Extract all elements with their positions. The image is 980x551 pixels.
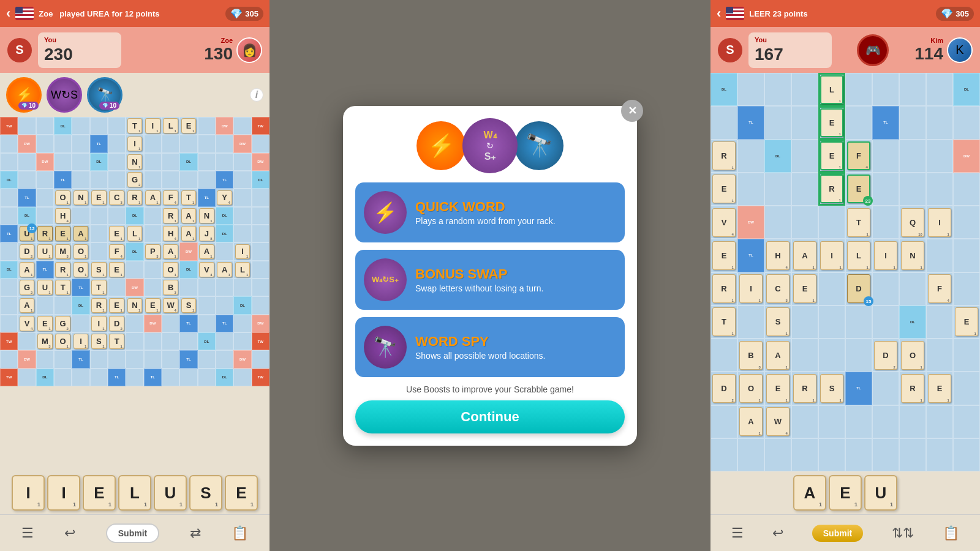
cell-7-6 [90,225,108,242]
left-menu-button[interactable]: ☰ [21,525,34,541]
tile-A3: A1 [181,226,197,241]
cell-3-1 [0,153,18,171]
cell-6-15 [252,207,270,225]
rack-tile-I1[interactable]: I1 [12,475,45,511]
cell-6-1 [0,207,18,225]
left-boost-swap[interactable]: W↻S [47,77,82,113]
right-submit-button[interactable]: Submit [812,525,863,542]
right-swap-button[interactable]: ↩ [772,525,783,541]
cell-6-6 [90,207,108,225]
tile-Y: Y4 [217,190,232,206]
cell-4-11 [179,171,197,189]
cell-15-15: TW [252,369,270,386]
cell-2-7 [108,135,126,152]
right-bottom-bar: ☰ ↩ Submit ⇅⇅ 📋 [710,514,980,551]
cell-13-5: I1 [72,332,89,350]
tile-O2: O1 [74,244,89,260]
rack-tile-E[interactable]: E1 [83,475,116,511]
tile-E2: E1 [91,190,107,206]
left-bottom-bar: ☰ ↩ Submit ⇄ 📋 [0,514,270,551]
bonus-swap-option[interactable]: W₄↻S₊ BONUS SWAP Swap letters without lo… [355,250,625,310]
left-player-avatar: S [7,38,32,62]
right-rack-tile-E[interactable]: E1 [829,475,862,511]
cell-15-1: TW [0,369,18,386]
rack-tile-I2[interactable]: I1 [47,475,80,511]
cell-14-10 [162,350,179,368]
cell-13-2 [18,332,36,350]
cell-11-13 [216,296,233,314]
tile-T4: T1 [109,334,124,349]
gem-icon-left: 💎 [230,8,243,20]
rack-tile-U[interactable]: U1 [154,475,187,511]
left-boost-lightning[interactable]: ⚡ 💎10 [6,77,42,113]
left-boost-spy[interactable]: 🔭 💎10 [87,77,123,113]
cell-2-8: I1 [126,135,143,152]
cell-12-13: TL [216,315,233,332]
cell-15-13: DL [216,369,233,386]
cell-3-8: N1 [126,153,143,171]
gem-icon-right: 💎 [941,8,953,20]
left-opp-label: Zoe [221,37,233,44]
right-arrows-button[interactable]: ⇅⇅ [892,525,914,541]
cell-8-3: U1 [36,242,54,260]
tile-E5: E1 [109,298,124,313]
continue-button[interactable]: Continue [355,400,625,433]
cell-14-2: DW [18,350,36,368]
cell-6-12: N1 [198,207,216,225]
modal-background[interactable]: ✕ ⚡ W₄ ↻ S₊ 🔭 ⚡ QUICK WORD Plays a rando… [270,0,710,551]
left-swap-button[interactable]: ↩ [64,525,75,541]
left-submit-button[interactable]: Submit [106,523,159,543]
tile-I5: I1 [74,334,89,349]
cell-15-14 [233,369,251,386]
tile-O5: O1 [55,334,70,349]
modal-close-button[interactable]: ✕ [621,100,643,122]
cell-2-9 [144,135,162,152]
left-info-button[interactable]: i [250,88,263,102]
cell-2-6: TL [90,135,108,152]
cell-3-10 [162,153,179,171]
cell-12-3: E1 [36,315,54,332]
cell-1-8: T1 [126,117,143,135]
right-menu-button[interactable]: ☰ [731,525,744,541]
rack-tile-S[interactable]: S1 [189,475,222,511]
cell-9-2: A1 [18,261,36,279]
right-notification: LEER 23 points [749,9,931,18]
tile-R: R1 [127,190,143,206]
cell-12-10 [162,315,179,332]
cell-12-15: DW [252,315,270,332]
cell-6-7 [108,207,126,225]
right-rack-tile-A[interactable]: A1 [793,475,826,511]
cell-9-15 [252,261,270,279]
right-rack-tile-U[interactable]: U1 [864,475,897,511]
cell-8-4: M3 [54,242,72,260]
right-player-score: 167 [755,45,826,64]
cell-8-14: I1 [233,242,251,260]
left-info-bottom-button[interactable]: 📋 [232,525,248,541]
right-back-button[interactable]: ‹ [717,6,721,21]
tile-I3: I1 [235,244,251,260]
cell-4-2 [18,171,36,189]
rack-tile-E2[interactable]: E1 [225,475,258,511]
cell-5-4: O1 [54,189,72,206]
left-back-button[interactable]: ‹ [6,6,10,21]
right-game-board: DL L1 DL TL E1 TL R1 DL [710,73,980,471]
rack-tile-L[interactable]: L1 [118,475,151,511]
cell-3-3: DW [36,153,54,171]
word-spy-icon: 🔭 [364,326,407,369]
tile-E: E1 [181,118,197,133]
quick-word-option[interactable]: ⚡ QUICK WORD Plays a random word from yo… [355,182,625,242]
left-shuffle-button[interactable]: ⇄ [190,525,201,541]
cell-9-8 [126,261,143,279]
left-player-score-section: You 230 [38,32,121,68]
cell-9-14: L1 [233,261,251,279]
tile-I2: I1 [127,137,143,152]
word-spy-text: WORD SPY Shows all possible word locatio… [415,334,616,361]
cell-10-10: B3 [162,279,179,296]
word-spy-option[interactable]: 🔭 WORD SPY Shows all possible word locat… [355,317,625,377]
cell-4-4: TL [54,171,72,189]
tile-S: S1 [91,262,107,277]
cell-5-15 [252,189,270,206]
right-info-bottom-button[interactable]: 📋 [943,525,959,541]
cell-12-12 [198,315,216,332]
spy-icon: 🔭 [97,87,113,103]
